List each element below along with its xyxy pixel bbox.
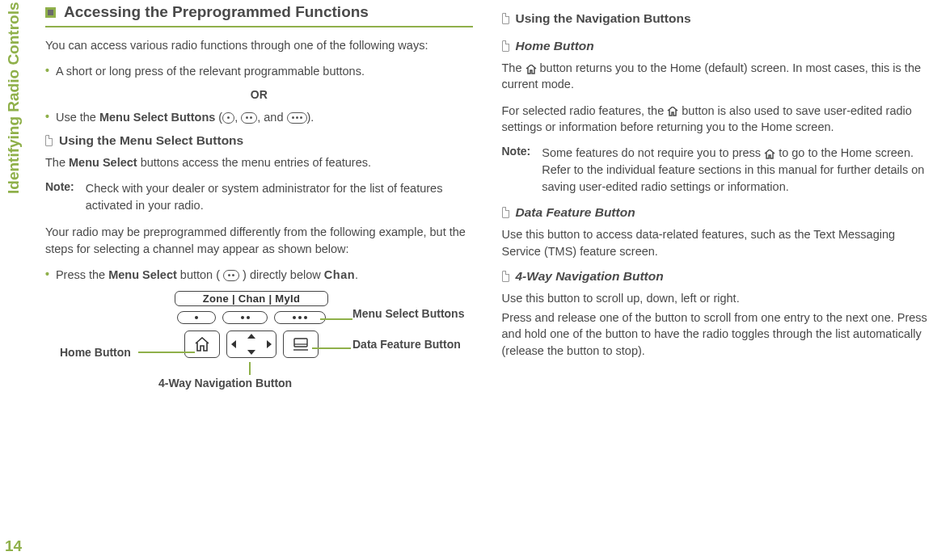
softkey-row (175, 311, 328, 324)
paragraph: Your radio may be preprogrammed differen… (45, 224, 473, 257)
bullet-item-1: • A short or long press of the relevant … (45, 63, 473, 79)
softkey-2 (222, 311, 268, 324)
intro-paragraph: You can access various radio functions t… (45, 37, 473, 53)
text-bold: Menu Select (69, 156, 137, 169)
subheading-row: Home Button (502, 39, 930, 53)
text-fragment: ). (307, 111, 314, 124)
heading-bullet-icon (45, 7, 56, 18)
page-icon (502, 207, 509, 218)
page-icon (45, 135, 53, 146)
nav-row (175, 331, 328, 358)
subheading-row: Using the Menu Select Buttons (45, 133, 473, 148)
page-icon (502, 40, 509, 52)
home-icon (525, 61, 537, 76)
note-label: Note: (45, 180, 74, 214)
softkey-3dot-icon (287, 112, 307, 124)
note-block: Note: Check with your dealer or system a… (45, 180, 473, 214)
text-fragment: The (502, 61, 525, 74)
page-icon (502, 13, 509, 24)
bullet-dot-icon: • (45, 267, 49, 283)
paragraph: The Menu Select buttons access the menu … (45, 154, 473, 171)
text-fragment: Use the (56, 111, 99, 124)
heading-rule (45, 26, 473, 27)
bullet-item-2: • Use the Menu Select Buttons (, , and )… (45, 109, 473, 125)
text-fragment: ) directly below (239, 268, 324, 281)
paragraph: Press and release one of the button to s… (502, 309, 930, 359)
text-fragment: Some features do not require you to pres… (542, 146, 764, 159)
text-fragment: ( (215, 111, 222, 124)
text-fragment: buttons access the menu entries of featu… (137, 156, 371, 169)
section-side-label: Identifying Radio Controls (5, 2, 23, 195)
note-label: Note: (502, 145, 531, 196)
data-button-icon (283, 331, 319, 358)
text-fragment: Press the (56, 268, 108, 281)
callout-line (312, 347, 351, 349)
paragraph: For selected radio features, the button … (502, 103, 930, 136)
softkey-1dot-icon (222, 112, 234, 124)
lcd-display: Zone | Chan | MyId (175, 291, 328, 306)
text-fragment: . (355, 268, 358, 281)
left-column: Accessing the Preprogrammed Functions Yo… (45, 3, 473, 396)
text-fragment: button ( (177, 268, 223, 281)
bullet-dot-icon: • (45, 109, 49, 125)
bullet-item-3: • Press the Menu Select button ( ) direc… (45, 267, 473, 283)
note-body: Some features do not require you to pres… (542, 145, 929, 196)
page-number: 14 (5, 537, 22, 555)
section-side-label-text: Identifying Radio Controls (5, 2, 22, 195)
note-block: Note: Some features do not require you t… (502, 145, 930, 196)
text-bold: Menu Select Buttons (99, 111, 215, 124)
keypad-diagram: Zone | Chan | MyId (45, 291, 450, 396)
bullet-2-text: Use the Menu Select Buttons (, , and ). (56, 109, 314, 125)
callout-line (320, 318, 352, 320)
subheading-4way-nav: 4-Way Navigation Button (516, 269, 664, 284)
subheading-data-feature: Data Feature Button (516, 205, 635, 220)
page-icon (502, 271, 509, 282)
note-body: Check with your dealer or system adminis… (86, 180, 473, 214)
subheading-nav-buttons: Using the Navigation Buttons (516, 11, 691, 26)
home-button-icon (184, 331, 220, 358)
callout-line (249, 362, 251, 375)
softkey-2dot-icon (223, 270, 239, 281)
home-icon (764, 146, 775, 162)
heading-row: Accessing the Preprogrammed Functions (45, 3, 473, 21)
text-fragment: , (234, 111, 241, 124)
nav-pad (226, 331, 276, 358)
text-fragment: button returns you to the Home (default)… (502, 61, 922, 91)
paragraph: Use this button to access data-related f… (502, 226, 930, 259)
subheading-menu-select: Using the Menu Select Buttons (59, 133, 243, 148)
text-fragment: The (45, 156, 69, 169)
softkey-1 (177, 311, 216, 324)
content-columns: Accessing the Preprogrammed Functions Yo… (45, 3, 929, 396)
label-menu-select: Menu Select Buttons (352, 307, 441, 321)
svg-rect-0 (294, 339, 307, 347)
text-fragment: , and (257, 111, 286, 124)
label-data-feature: Data Feature Button (352, 338, 441, 352)
bullet-3-text: Press the Menu Select button ( ) directl… (56, 267, 358, 283)
softkey-3 (274, 311, 326, 324)
or-separator: OR (45, 88, 473, 101)
subheading-home-button: Home Button (516, 39, 594, 53)
label-4way-nav: 4-Way Navigation Button (158, 377, 292, 389)
bullet-dot-icon: • (45, 63, 49, 79)
softkey-2dot-icon (241, 112, 257, 124)
text-fragment: For selected radio features, the (502, 104, 668, 117)
home-icon (667, 104, 678, 119)
heading-1: Accessing the Preprogrammed Functions (64, 3, 369, 21)
text-bold: Menu Select (108, 268, 177, 281)
right-column: Using the Navigation Buttons Home Button… (502, 5, 930, 396)
subheading-row: Using the Navigation Buttons (502, 11, 930, 26)
keypad: Zone | Chan | MyId (175, 291, 328, 358)
chan-label: Chan (324, 268, 355, 281)
label-home-button: Home Button (60, 346, 131, 359)
bullet-1-text: A short or long press of the relevant pr… (56, 63, 365, 79)
paragraph: Use this button to scroll up, down, left… (502, 290, 930, 306)
paragraph: The button returns you to the Home (defa… (502, 60, 930, 93)
callout-line (138, 352, 195, 353)
subheading-row: Data Feature Button (502, 205, 930, 220)
subheading-row: 4-Way Navigation Button (502, 269, 930, 284)
